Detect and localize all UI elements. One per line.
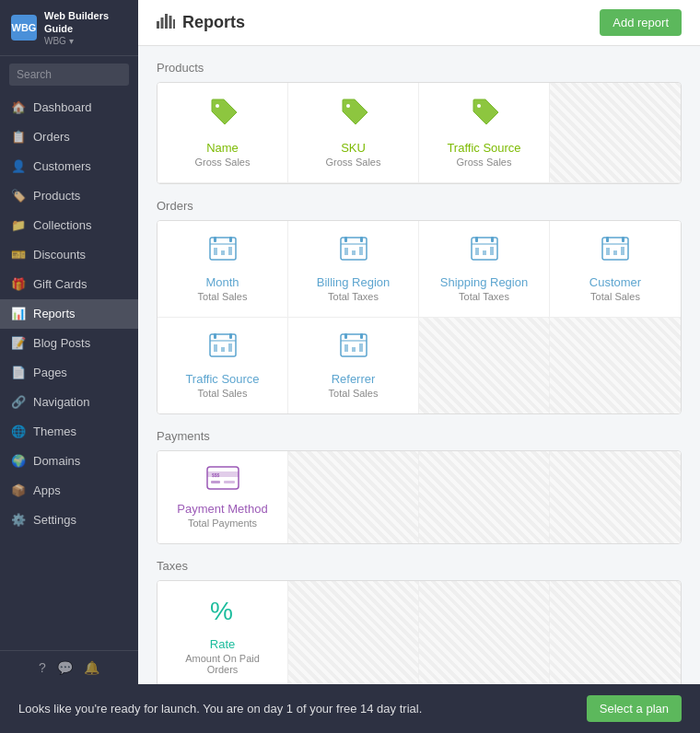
sidebar-item-settings[interactable]: ⚙️ Settings: [0, 506, 138, 535]
svg-point-5: [216, 104, 219, 108]
svg-rect-42: [228, 343, 232, 352]
select-plan-button[interactable]: Select a plan: [587, 695, 682, 722]
svg-text:$$$: $$$: [212, 472, 220, 478]
card-sub-billing: Total Taxes: [328, 291, 379, 302]
sidebar-item-label: Blog Posts: [33, 336, 90, 350]
help-icon[interactable]: ?: [39, 660, 46, 675]
card-label-traffic: Traffic Source: [447, 141, 520, 155]
report-card-billing-region[interactable]: Billing Region Total Taxes: [288, 221, 419, 318]
svg-rect-20: [352, 250, 356, 255]
sidebar-item-pages[interactable]: 📄 Pages: [0, 358, 138, 388]
report-card-customer[interactable]: Customer Total Sales: [550, 221, 681, 318]
svg-rect-12: [214, 248, 217, 255]
sidebar: WBG Web Builders Guide WBG ▾ 🏠 Dashboard…: [0, 0, 138, 684]
percent-icon: %: [208, 596, 238, 632]
report-card-rate[interactable]: % Rate Amount On Paid Orders: [158, 581, 288, 684]
card-sub-month: Total Sales: [198, 291, 248, 302]
card-sub-referrer: Total Sales: [329, 388, 379, 399]
svg-rect-19: [344, 248, 348, 255]
report-card-traffic-orders[interactable]: Traffic Source Total Sales: [158, 318, 288, 413]
svg-rect-34: [613, 250, 617, 255]
svg-rect-2: [165, 14, 168, 29]
sidebar-item-themes[interactable]: 🌐 Themes: [0, 417, 138, 447]
sidebar-item-navigation[interactable]: 🔗 Navigation: [0, 388, 138, 417]
report-card-disabled-5: [419, 451, 550, 543]
report-card-month[interactable]: Month Total Sales: [158, 221, 288, 318]
main: Reports Add report Products Nam: [138, 0, 700, 684]
chart-icon-customer: [601, 236, 630, 270]
card-sub-name: Gross Sales: [195, 157, 251, 168]
sidebar-item-gift-cards[interactable]: 🎁 Gift Cards: [0, 270, 138, 299]
sidebar-item-domains[interactable]: 🌍 Domains: [0, 447, 138, 476]
main-content: Products Name Gross Sales: [138, 46, 700, 684]
report-card-disabled-8: [419, 581, 550, 684]
add-report-button[interactable]: Add report: [600, 9, 682, 36]
card-sub-sku: Gross Sales: [326, 157, 381, 168]
chat-icon[interactable]: 💬: [57, 660, 73, 675]
report-card-name[interactable]: Name Gross Sales: [158, 83, 288, 183]
svg-rect-48: [352, 347, 356, 352]
report-card-disabled-7: [288, 581, 419, 684]
chart-icon-shipping: [470, 236, 499, 270]
page-title: Reports: [182, 13, 245, 32]
payments-grid: $$$ Payment Method Total Payments: [157, 450, 682, 544]
svg-rect-3: [169, 16, 172, 29]
sidebar-item-label: Collections: [33, 218, 92, 232]
svg-rect-21: [359, 247, 363, 255]
discounts-icon: 🎫: [11, 248, 26, 262]
search-input[interactable]: [9, 64, 129, 86]
sidebar-item-orders[interactable]: 📋 Orders: [0, 122, 138, 152]
card-label-name: Name: [206, 141, 239, 155]
sidebar-item-blog-posts[interactable]: 📝 Blog Posts: [0, 329, 138, 358]
svg-rect-23: [475, 237, 478, 242]
tag-icon-sku: [340, 98, 368, 135]
navigation-icon: 🔗: [11, 395, 26, 410]
pages-icon: 📄: [11, 366, 26, 380]
svg-rect-17: [360, 237, 363, 242]
blog-posts-icon: 📝: [11, 336, 26, 351]
sidebar-item-customers[interactable]: 👤 Customers: [0, 152, 138, 181]
taxes-section: Taxes % Rate Amount On Paid Orders: [157, 559, 682, 684]
dashboard-icon: 🏠: [11, 100, 26, 115]
svg-rect-9: [214, 237, 216, 242]
reports-icon: 📊: [11, 307, 26, 321]
orders-section-title: Orders: [157, 199, 682, 213]
card-label-shipping: Shipping Region: [440, 275, 528, 289]
sidebar-item-label: Dashboard: [33, 100, 92, 114]
sidebar-footer: ? 💬 🔔: [0, 650, 138, 684]
report-card-shipping-region[interactable]: Shipping Region Total Taxes: [419, 221, 550, 318]
svg-rect-47: [344, 344, 348, 352]
sidebar-item-collections[interactable]: 📁 Collections: [0, 211, 138, 240]
customers-icon: 👤: [11, 159, 26, 174]
orders-grid: Month Total Sales: [157, 220, 682, 414]
chart-icon-referrer: [339, 332, 368, 366]
sidebar-item-products[interactable]: 🏷️ Products: [0, 181, 138, 211]
report-card-sku[interactable]: SKU Gross Sales: [288, 83, 419, 183]
chart-icon-traffic-orders: [208, 332, 238, 366]
reports-header-icon: [157, 12, 175, 33]
svg-rect-40: [214, 344, 217, 352]
svg-rect-16: [344, 237, 347, 242]
sidebar-item-label: Domains: [33, 454, 80, 468]
report-card-traffic-source[interactable]: Traffic Source Gross Sales: [419, 83, 550, 183]
sidebar-item-dashboard[interactable]: 🏠 Dashboard: [0, 93, 138, 122]
svg-rect-33: [606, 248, 610, 255]
card-label-rate: Rate: [210, 637, 235, 651]
report-card-referrer[interactable]: Referrer Total Sales: [288, 318, 419, 413]
sidebar-item-apps[interactable]: 📦 Apps: [0, 476, 138, 506]
svg-point-7: [477, 104, 481, 108]
svg-point-6: [346, 104, 350, 108]
products-section: Products Name Gross Sales: [157, 61, 682, 184]
card-label-customer: Customer: [589, 275, 641, 289]
report-card-disabled-9: [550, 581, 681, 684]
card-label-payment: Payment Method: [177, 502, 267, 516]
report-card-payment-method[interactable]: $$$ Payment Method Total Payments: [158, 451, 288, 543]
brand-sub[interactable]: WBG ▾: [44, 36, 127, 46]
card-sub-shipping: Total Taxes: [459, 291, 509, 302]
sidebar-item-reports[interactable]: 📊 Reports: [0, 299, 138, 329]
sidebar-item-discounts[interactable]: 🎫 Discounts: [0, 240, 138, 270]
notification-icon[interactable]: 🔔: [84, 660, 99, 675]
report-card-disabled-2: [419, 318, 550, 413]
main-header: Reports Add report: [138, 0, 700, 46]
svg-rect-26: [475, 248, 479, 255]
